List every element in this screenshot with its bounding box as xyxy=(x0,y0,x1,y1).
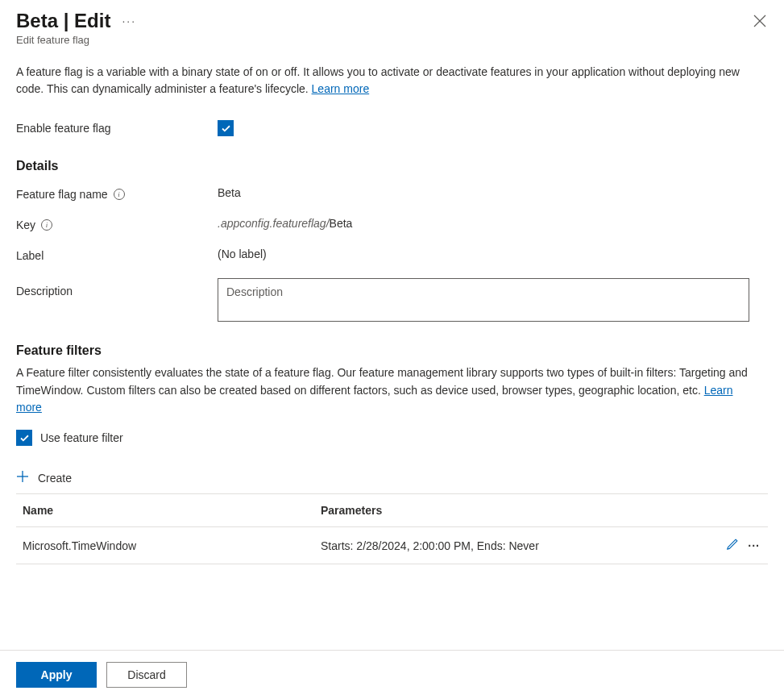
check-icon xyxy=(221,123,231,134)
footer: Apply Discard xyxy=(0,650,784,699)
label-label: Label xyxy=(16,248,218,262)
key-prefix: .appconfig.featureflag/ xyxy=(218,217,330,230)
label-value: (No label) xyxy=(218,248,768,260)
info-icon[interactable]: i xyxy=(41,219,52,231)
create-filter-label: Create xyxy=(38,472,72,485)
intro-text: A feature flag is a variable with a bina… xyxy=(16,64,757,98)
apply-button[interactable]: Apply xyxy=(16,662,97,688)
discard-button[interactable]: Discard xyxy=(106,662,187,688)
intro-body: A feature flag is a variable with a bina… xyxy=(16,65,740,95)
feature-flag-name-label: Feature flag name xyxy=(16,188,108,201)
enable-flag-checkbox[interactable] xyxy=(218,120,234,136)
filter-more-actions-button[interactable]: ··· xyxy=(748,539,760,552)
check-icon xyxy=(19,433,30,443)
key-name: Beta xyxy=(330,217,353,230)
description-input[interactable] xyxy=(218,278,749,322)
use-feature-filter-checkbox[interactable] xyxy=(16,430,32,446)
page-subtitle: Edit feature flag xyxy=(0,32,784,46)
filters-text: A Feature filter consistently evaluates … xyxy=(16,364,757,417)
plus-icon xyxy=(16,470,29,485)
enable-flag-label: Enable feature flag xyxy=(16,120,218,135)
filter-row-name: Microsoft.TimeWindow xyxy=(21,539,303,552)
filters-section-header: Feature filters xyxy=(16,343,768,358)
create-filter-button[interactable]: Create xyxy=(16,465,768,490)
close-icon xyxy=(753,15,766,27)
table-row: Microsoft.TimeWindow Starts: 2/28/2024, … xyxy=(16,527,768,564)
filter-col-params: Parameters xyxy=(303,504,763,517)
page-title: Beta | Edit xyxy=(16,10,110,32)
use-feature-filter-label: Use feature filter xyxy=(40,431,123,444)
description-label: Description xyxy=(16,278,218,297)
pencil-icon xyxy=(725,537,740,551)
info-icon[interactable]: i xyxy=(114,189,125,200)
details-section-header: Details xyxy=(16,159,768,173)
filter-table-header: Name Parameters xyxy=(16,494,768,527)
intro-learn-more-link[interactable]: Learn more xyxy=(312,82,370,95)
key-value: .appconfig.featureflag/Beta xyxy=(218,217,768,230)
filter-table: Name Parameters Microsoft.TimeWindow Sta… xyxy=(16,493,768,564)
filter-col-name: Name xyxy=(21,504,303,517)
close-button[interactable] xyxy=(753,15,766,30)
filters-body: A Feature filter consistently evaluates … xyxy=(16,366,748,397)
key-label: Key xyxy=(16,218,35,231)
edit-filter-button[interactable] xyxy=(725,537,740,554)
more-actions-icon[interactable]: ··· xyxy=(122,15,136,27)
feature-flag-name-value: Beta xyxy=(218,186,768,199)
filter-row-params: Starts: 2/28/2024, 2:00:00 PM, Ends: Nev… xyxy=(303,539,725,552)
